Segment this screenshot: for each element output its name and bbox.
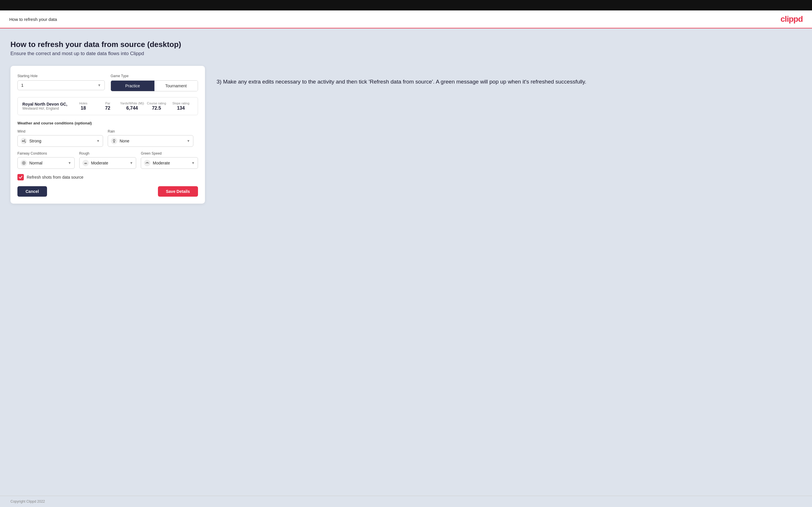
header-title: How to refresh your data — [9, 17, 57, 22]
holes-stat: Holes 18 — [71, 102, 96, 111]
green-speed-group: Green Speed Moderate Moderate ▼ — [141, 152, 198, 169]
practice-button[interactable]: Practice — [111, 80, 154, 91]
par-value: 72 — [96, 106, 120, 111]
form-card: Starting Hole 1 1 ▼ Game Type Practice T… — [10, 66, 205, 204]
wind-select[interactable]: Strong Strong ▼ — [17, 135, 103, 147]
copyright-text: Copyright Clippd 2022 — [10, 500, 45, 504]
instruction-panel: 3) Make any extra edits necessary to the… — [216, 66, 802, 86]
starting-hole-group: Starting Hole 1 1 ▼ — [17, 74, 105, 91]
course-name-col: Royal North Devon GC, Westward Ho!, Engl… — [22, 102, 71, 111]
header: How to refresh your data clippd — [0, 10, 812, 29]
rain-select[interactable]: None None ▼ — [108, 135, 193, 147]
course-info-box: Royal North Devon GC, Westward Ho!, Engl… — [17, 97, 198, 115]
footer: Copyright Clippd 2022 — [0, 496, 812, 507]
refresh-checkbox[interactable] — [17, 174, 24, 180]
game-type-toggle: Practice Tournament — [111, 80, 198, 91]
logo: clippd — [781, 14, 803, 24]
fairway-group: Fairway Conditions Normal Normal ▼ — [17, 152, 74, 169]
holes-value: 18 — [71, 106, 96, 111]
wind-rain-row: Wind Strong Strong ▼ — [17, 129, 198, 147]
starting-hole-select[interactable]: 1 1 ▼ — [17, 80, 105, 90]
rough-label: Rough — [79, 152, 137, 156]
top-bar — [0, 0, 812, 10]
fairway-rough-green-row: Fairway Conditions Normal Normal ▼ — [17, 152, 198, 169]
course-rating-value: 72.5 — [144, 106, 169, 111]
content-row: Starting Hole 1 1 ▼ Game Type Practice T… — [10, 66, 802, 204]
tournament-button[interactable]: Tournament — [154, 80, 198, 91]
page-subheading: Ensure the correct and most up to date d… — [10, 51, 802, 57]
course-rating-stat: Course rating 72.5 — [144, 102, 169, 111]
game-type-group: Game Type Practice Tournament — [111, 74, 198, 91]
yards-stat: Yards/White (M)) 6,744 — [120, 102, 144, 111]
slope-rating-value: 134 — [169, 106, 193, 111]
holes-label: Holes — [71, 102, 96, 105]
refresh-checkbox-row: Refresh shots from data source — [17, 174, 198, 180]
rough-select[interactable]: Moderate Moderate ▼ — [79, 157, 137, 169]
green-speed-label: Green Speed — [141, 152, 198, 156]
main-content: How to refresh your data from source (de… — [0, 29, 812, 496]
action-row: Cancel Save Details — [17, 186, 198, 196]
course-rating-label: Course rating — [144, 102, 169, 105]
slope-rating-label: Slope rating — [169, 102, 193, 105]
save-button[interactable]: Save Details — [158, 186, 198, 196]
slope-rating-stat: Slope rating 134 — [169, 102, 193, 111]
yards-value: 6,744 — [120, 106, 144, 111]
starting-hole-label: Starting Hole — [17, 74, 105, 78]
top-form-row: Starting Hole 1 1 ▼ Game Type Practice T… — [17, 74, 198, 91]
wind-label: Wind — [17, 129, 103, 133]
green-speed-select[interactable]: Moderate Moderate ▼ — [141, 157, 198, 169]
course-location: Westward Ho!, England — [22, 106, 71, 111]
cancel-button[interactable]: Cancel — [17, 186, 47, 196]
fairway-select[interactable]: Normal Normal ▼ — [17, 157, 74, 169]
wind-group: Wind Strong Strong ▼ — [17, 129, 103, 147]
page-heading: How to refresh your data from source (de… — [10, 40, 802, 49]
rough-group: Rough Moderate Moderate ▼ — [79, 152, 137, 169]
rain-group: Rain None None ▼ — [108, 129, 193, 147]
rain-label: Rain — [108, 129, 193, 133]
par-stat: Par 72 — [96, 102, 120, 111]
instruction-text: 3) Make any extra edits necessary to the… — [216, 77, 802, 86]
refresh-label: Refresh shots from data source — [27, 175, 83, 179]
par-label: Par — [96, 102, 120, 105]
fairway-label: Fairway Conditions — [17, 152, 74, 156]
course-name: Royal North Devon GC, — [22, 102, 71, 106]
conditions-title: Weather and course conditions (optional) — [17, 121, 198, 125]
game-type-label: Game Type — [111, 74, 198, 78]
yards-label: Yards/White (M)) — [120, 102, 144, 105]
